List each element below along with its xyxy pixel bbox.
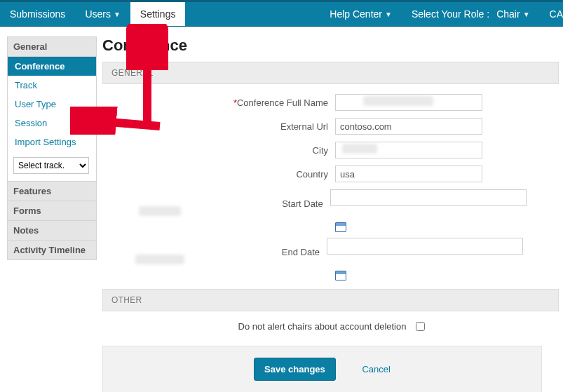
nav-settings-label: Settings [140, 8, 176, 20]
page-title: Conference [102, 36, 563, 55]
sidebar-item-conference[interactable]: Conference [8, 57, 96, 76]
track-select[interactable]: Select track. [13, 157, 89, 174]
cancel-link[interactable]: Cancel [362, 364, 390, 374]
nav-users-label: Users [85, 8, 111, 20]
calendar-icon[interactable] [335, 271, 346, 281]
section-general-header: GENERAL [102, 62, 559, 84]
input-end-date[interactable] [327, 238, 523, 255]
nav-help-label: Help Center [330, 8, 382, 20]
action-bar: Save changes Cancel [102, 346, 542, 392]
sidebar-section-activity-timeline[interactable]: Activity Timeline [7, 241, 97, 260]
label-external-url: External Url [102, 121, 335, 132]
nav-role-label: Select Your Role : [402, 2, 494, 26]
nav-submissions[interactable]: Submissions [0, 2, 75, 26]
top-nav: Submissions Users ▼ Settings Help Center… [0, 0, 563, 27]
label-full-name: Conference Full Name [237, 97, 328, 108]
form-general: *Conference Full Name External Url City … [102, 84, 563, 289]
label-start-date: Start Date [102, 198, 330, 209]
nav-overflow[interactable]: CA [540, 2, 563, 26]
sidebar-section-features[interactable]: Features [7, 182, 97, 201]
save-button[interactable]: Save changes [254, 358, 336, 381]
nav-users[interactable]: Users ▼ [75, 2, 130, 26]
chevron-down-icon: ▼ [385, 11, 392, 18]
main-content: Conference GENERAL *Conference Full Name… [97, 36, 563, 392]
top-nav-left: Submissions Users ▼ Settings [0, 2, 185, 26]
sidebar-item-user-type[interactable]: User Type [8, 95, 96, 114]
label-city: City [102, 145, 335, 156]
input-start-date[interactable] [330, 189, 527, 206]
nav-role-select[interactable]: Chair ▼ [494, 2, 539, 26]
label-country: Country [102, 169, 335, 180]
sidebar-item-track[interactable]: Track [8, 76, 96, 95]
calendar-icon[interactable] [335, 222, 346, 232]
sidebar-section-forms[interactable]: Forms [7, 201, 97, 221]
top-nav-right: Help Center ▼ Select Your Role : Chair ▼… [320, 2, 563, 26]
sidebar-item-import-settings[interactable]: Import Settings [8, 133, 96, 151]
section-other-header: OTHER [102, 289, 559, 311]
nav-settings[interactable]: Settings [130, 2, 186, 26]
nav-submissions-label: Submissions [10, 8, 65, 20]
chevron-down-icon: ▼ [523, 11, 530, 18]
nav-role-value: Chair [496, 8, 520, 20]
sidebar-item-session[interactable]: Session [8, 114, 96, 133]
input-country[interactable] [335, 165, 482, 182]
sidebar-general-list: Conference Track User Type Session Impor… [7, 57, 97, 182]
sidebar-section-general[interactable]: General [7, 36, 97, 57]
checkbox-no-alert[interactable] [416, 322, 425, 331]
input-external-url[interactable] [335, 118, 482, 135]
chevron-down-icon: ▼ [114, 11, 121, 18]
label-no-alert: Do not alert chairs about account deleti… [238, 321, 407, 332]
sidebar: General Conference Track User Type Sessi… [7, 36, 97, 392]
nav-help-center[interactable]: Help Center ▼ [320, 2, 402, 26]
sidebar-section-notes[interactable]: Notes [7, 221, 97, 241]
